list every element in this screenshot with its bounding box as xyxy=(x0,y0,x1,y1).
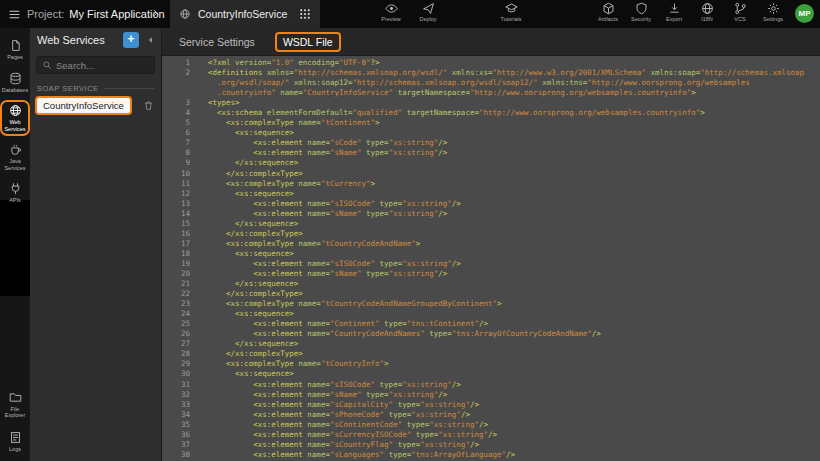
sidebar-item-pages[interactable]: Pages xyxy=(0,35,30,65)
code-line[interactable]: .org/wsdl/soap/" xmlns:soap12="http://sc… xyxy=(162,78,820,88)
code-line[interactable]: 7 <xs:element name="sCode" type="xs:stri… xyxy=(162,138,820,148)
delete-service-icon[interactable] xyxy=(143,100,154,111)
security-button[interactable]: Security xyxy=(630,2,652,22)
service-tabs-bar: Service Settings WSDL File xyxy=(162,28,820,56)
code-line[interactable]: 19 <xs:element name="sISOCode" type="xs:… xyxy=(162,259,820,269)
sidebar-item-apis[interactable]: APIs xyxy=(0,178,30,208)
code-line[interactable]: .countryinfo" name="CountryInfoService" … xyxy=(162,88,820,98)
settings-button[interactable]: Settings xyxy=(762,2,784,22)
code-line[interactable]: 11 <xs:complexType name="tCurrency"> xyxy=(162,179,820,189)
preview-button[interactable]: Preview xyxy=(380,2,402,22)
code-line[interactable]: 31 <xs:element name="sISOCode" type="xs:… xyxy=(162,380,820,390)
menu-icon[interactable] xyxy=(8,8,21,21)
code-line[interactable]: 14 <xs:element name="sName" type="xs:str… xyxy=(162,209,820,219)
code-area[interactable]: 1<?xml version="1.0" encoding="UTF-8"?>2… xyxy=(162,56,820,460)
export-button[interactable]: Export xyxy=(663,2,685,22)
sidebar-item-file-explorer[interactable]: File Explorer xyxy=(0,387,30,423)
deploy-button[interactable]: Deploy xyxy=(417,2,439,22)
line-number: 25 xyxy=(162,319,202,329)
chevron-right-icon[interactable] xyxy=(150,8,160,18)
artifacts-label: Artifacts xyxy=(598,16,618,22)
line-number: 15 xyxy=(162,219,202,229)
web-service-icon xyxy=(179,8,191,20)
code-line[interactable]: 37 <xs:element name="sCountryFlag" type=… xyxy=(162,440,820,450)
avatar[interactable]: MP xyxy=(795,4,814,23)
code-line[interactable]: 21 </xs:sequence> xyxy=(162,279,820,289)
code-line[interactable]: 36 <xs:element name="sCurrencyISOCode" t… xyxy=(162,430,820,440)
code-line[interactable]: 25 <xs:element name="Continent" type="tn… xyxy=(162,319,820,329)
code-line[interactable]: 8 <xs:element name="sName" type="xs:stri… xyxy=(162,148,820,158)
code-line[interactable]: 30 <xs:sequence> xyxy=(162,369,820,379)
code-line[interactable]: 27 </xs:sequence> xyxy=(162,339,820,349)
project-selector[interactable]: Project: My First Application xyxy=(27,0,165,28)
code-line[interactable]: 26 <xs:element name="CountryCodeAndNames… xyxy=(162,329,820,339)
left-rail: Pages Databases Web Services Java Servic… xyxy=(0,28,30,461)
code-line[interactable]: 18 <xs:sequence> xyxy=(162,249,820,259)
line-number: 23 xyxy=(162,299,202,309)
sidebar-item-databases[interactable]: Databases xyxy=(0,68,30,98)
sidebar-item-web-services[interactable]: Web Services xyxy=(0,100,30,136)
export-icon xyxy=(668,2,681,15)
deploy-icon xyxy=(422,2,435,15)
code-line[interactable]: 3<types> xyxy=(162,98,820,108)
line-number: 1 xyxy=(162,58,202,68)
main-content: Service Settings WSDL File 1<?xml versio… xyxy=(162,28,820,461)
line-number: 8 xyxy=(162,148,202,158)
line-number: 7 xyxy=(162,138,202,148)
tutorials-button[interactable]: Tutorials xyxy=(500,2,522,22)
code-line[interactable]: 12 <xs:sequence> xyxy=(162,189,820,199)
artifacts-icon xyxy=(602,2,615,15)
panel-header: Web Services + xyxy=(30,28,161,52)
code-line[interactable]: 5 <xs:complexType name="tContinent"> xyxy=(162,118,820,128)
line-number: 19 xyxy=(162,259,202,269)
code-line[interactable]: 29 <xs:complexType name="tCountryInfo"> xyxy=(162,359,820,369)
code-line[interactable]: 9 </xs:sequence> xyxy=(162,158,820,168)
code-line[interactable]: 23 <xs:complexType name="tCountryCodeAnd… xyxy=(162,299,820,309)
sidebar-item-label: Databases xyxy=(1,87,29,94)
code-line[interactable]: 15 </xs:sequence> xyxy=(162,219,820,229)
grid-menu-icon[interactable] xyxy=(299,8,311,20)
vcs-button[interactable]: VCS xyxy=(729,2,751,22)
collapse-panel-icon[interactable] xyxy=(144,35,157,45)
line-number: 27 xyxy=(162,339,202,349)
code-line[interactable]: 4 <xs:schema elementFormDefault="qualifi… xyxy=(162,108,820,118)
service-tab-label: CountryInfoService xyxy=(198,8,287,20)
code-line[interactable]: 33 <xs:element name="sCapitalCity" type=… xyxy=(162,400,820,410)
i18n-button[interactable]: I18N xyxy=(696,2,718,22)
line-number: 12 xyxy=(162,189,202,199)
service-list-item[interactable]: CountryInfoService xyxy=(37,98,154,113)
code-line[interactable]: 6 <xs:sequence> xyxy=(162,128,820,138)
search-box[interactable] xyxy=(36,56,155,74)
code-line[interactable]: 24 <xs:sequence> xyxy=(162,309,820,319)
tab-service-settings[interactable]: Service Settings xyxy=(179,36,255,48)
code-line[interactable]: 10 </xs:complexType> xyxy=(162,169,820,179)
code-line[interactable]: 16 </xs:complexType> xyxy=(162,229,820,239)
code-line[interactable]: 20 <xs:element name="sName" type="xs:str… xyxy=(162,269,820,279)
line-number: 21 xyxy=(162,279,202,289)
service-name[interactable]: CountryInfoService xyxy=(37,98,130,113)
line-number: 11 xyxy=(162,179,202,189)
wsdl-editor[interactable]: 1<?xml version="1.0" encoding="UTF-8"?>2… xyxy=(162,56,820,461)
line-number: 9 xyxy=(162,158,202,168)
code-line[interactable]: 32 <xs:element name="sName" type="xs:str… xyxy=(162,390,820,400)
code-line[interactable]: 34 <xs:element name="sPhoneCode" type="x… xyxy=(162,410,820,420)
code-line[interactable]: 1<?xml version="1.0" encoding="UTF-8"?> xyxy=(162,58,820,68)
preview-icon xyxy=(385,2,398,15)
line-number: 10 xyxy=(162,169,202,179)
sidebar-item-java-services[interactable]: Java Services xyxy=(0,139,30,175)
code-line[interactable]: 17 <xs:complexType name="tCountryCodeAnd… xyxy=(162,239,820,249)
code-line[interactable]: 28 </xs:complexType> xyxy=(162,349,820,359)
project-label: Project: xyxy=(27,8,64,20)
security-label: Security xyxy=(631,16,651,22)
code-line[interactable]: 35 <xs:element name="sContinentCode" typ… xyxy=(162,420,820,430)
search-input[interactable] xyxy=(56,60,149,71)
add-service-button[interactable]: + xyxy=(123,32,139,48)
sidebar-item-logs[interactable]: Logs xyxy=(0,427,30,457)
code-line[interactable]: 38 <xs:element name="sLanguages" type="t… xyxy=(162,450,820,460)
artifacts-button[interactable]: Artifacts xyxy=(597,2,619,22)
code-line[interactable]: 2<definitions xmlns="http://schemas.xmls… xyxy=(162,68,820,78)
code-line[interactable]: 13 <xs:element name="sISOCode" type="xs:… xyxy=(162,199,820,209)
service-tab[interactable]: CountryInfoService xyxy=(170,0,320,28)
tab-wsdl-file[interactable]: WSDL File xyxy=(277,34,339,50)
code-line[interactable]: 22 </xs:complexType> xyxy=(162,289,820,299)
